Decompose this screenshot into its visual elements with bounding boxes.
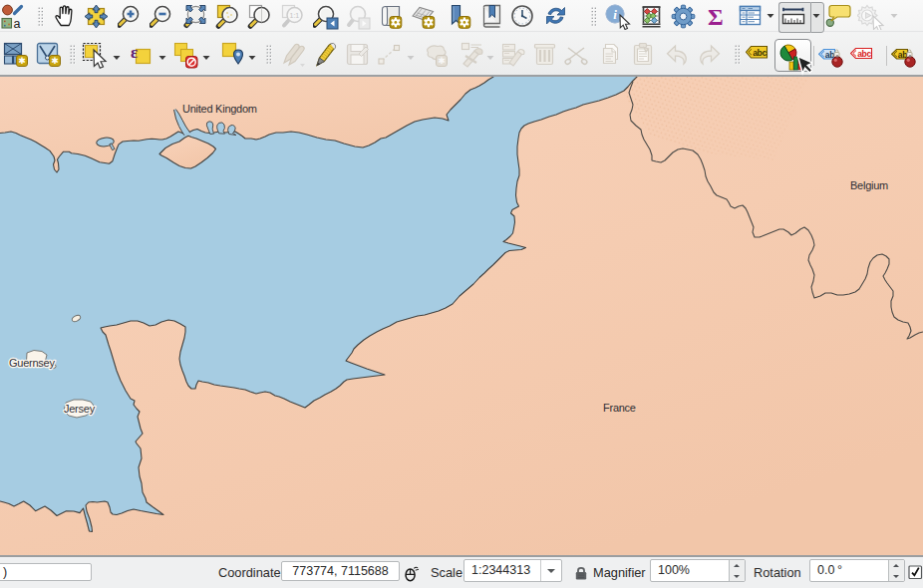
svg-text:France: France [603, 402, 636, 414]
svg-text:✱: ✱ [18, 56, 26, 66]
svg-text:abc: abc [857, 48, 871, 58]
svg-text:Belgium: Belgium [850, 179, 888, 191]
svg-text:i: i [613, 7, 617, 22]
svg-text:1:1: 1:1 [290, 12, 300, 19]
svg-text:Guernsey: Guernsey [9, 357, 55, 369]
svg-text:✱: ✱ [51, 56, 59, 66]
svg-text:✱: ✱ [438, 56, 446, 66]
svg-text:Jersey: Jersey [64, 403, 96, 415]
svg-text:Σ: Σ [708, 4, 724, 29]
svg-text:a: a [14, 17, 21, 29]
svg-text:United Kingdom: United Kingdom [182, 103, 257, 115]
svg-text:ε: ε [131, 43, 138, 62]
svg-text:abc: abc [753, 48, 767, 58]
